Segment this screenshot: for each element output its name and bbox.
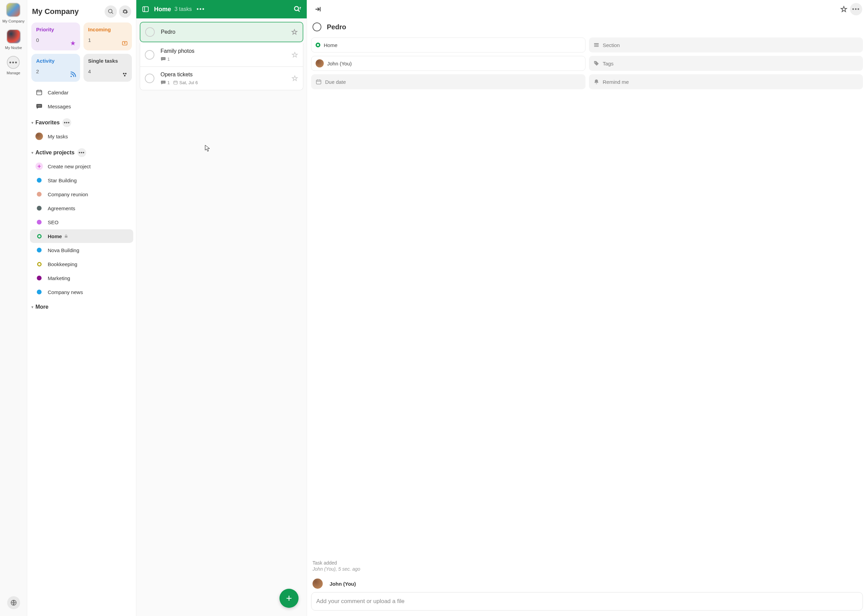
comment-placeholder: Add your comment or upload a file [316,598,404,604]
task-title: Opera tickets [160,72,291,78]
task-row[interactable]: Family photos 1 [140,43,303,67]
plus-icon: + [35,162,43,170]
card-activity[interactable]: Activity 2 [31,54,80,82]
star-task-button[interactable] [291,52,298,58]
prop-label: Tags [603,61,614,66]
section-menu-button[interactable]: ••• [62,118,71,127]
svg-point-7 [38,105,38,106]
section-more[interactable]: ▼ More [27,299,136,312]
gear-icon [122,8,128,15]
sidebar-item-label: Agreements [48,206,76,211]
task-row[interactable]: Pedro [140,22,303,42]
sidebar-item-label: My tasks [48,134,68,139]
prop-due-date[interactable]: Due date [311,74,585,89]
svg-rect-21 [594,46,599,47]
project-menu-button[interactable]: ••• [197,6,205,13]
sidebar: My Company Priority 0 Incoming 1 Activit… [27,0,136,616]
sidebar-title: My Company [32,7,102,16]
star-task-button[interactable] [291,28,298,35]
task-checkbox[interactable] [145,74,154,83]
task-menu-button[interactable]: ••• [850,3,862,15]
globe-button[interactable] [7,596,20,609]
prop-remind[interactable]: Remind me [589,74,863,89]
sidebar-item-messages[interactable]: Messages [30,99,133,113]
sidebar-item-label: Company reunion [48,192,88,197]
sidebar-item-project[interactable]: Agreements [30,201,133,215]
sidebar-item-project[interactable]: SEO [30,215,133,229]
workspace-personal[interactable]: My Nozbe [5,29,22,50]
star-task-button[interactable] [838,3,850,15]
collapse-panel-button[interactable] [312,3,324,15]
svg-point-11 [294,6,299,11]
search-button[interactable] [105,5,117,18]
sidebar-item-label: Calendar [48,90,69,96]
panel-toggle-button[interactable] [142,5,149,13]
comment-count: 1 [160,56,170,62]
activity-log: Task added John (You), 5 sec. ago [307,560,867,575]
card-count: 2 [36,69,76,74]
filter-button[interactable] [293,5,301,13]
sidebar-item-project[interactable]: Company news [30,285,133,299]
sidebar-item-project[interactable]: Nova Building [30,243,133,257]
ellipsis-icon: ••• [852,6,860,12]
sidebar-item-project[interactable]: Company reunion [30,187,133,201]
sidebar-item-label: Star Building [48,178,77,183]
plus-icon: + [286,592,292,604]
sidebar-item-project[interactable]: Star Building [30,173,133,187]
sidebar-item-label: Company news [48,289,83,295]
globe-icon [10,599,17,606]
task-checkbox[interactable] [145,50,154,60]
sidebar-icon [142,5,149,13]
prop-assignee[interactable]: John (You) [311,56,585,71]
card-priority[interactable]: Priority 0 [31,22,80,50]
card-single-tasks[interactable]: Single tasks 4 [83,54,132,82]
workspace-manage[interactable]: ••• Manage [7,56,20,75]
comment-input[interactable]: Add your comment or upload a file [311,592,863,611]
task-title: Family photos [160,48,291,54]
task-count: 3 tasks [175,6,192,12]
workspace-company[interactable]: My Company [2,3,25,23]
sidebar-item-project[interactable]: Bookkeeping [30,257,133,271]
section-label: Active projects [35,149,75,156]
add-task-button[interactable]: + [280,589,299,608]
task-title[interactable]: Pedro [327,23,346,31]
svg-point-3 [123,73,125,75]
svg-rect-18 [174,81,178,84]
star-task-button[interactable] [291,75,298,82]
calendar-icon [316,79,322,85]
section-active-projects[interactable]: ▼ Active projects ••• [27,143,136,159]
task-row[interactable]: Opera tickets 1 Sat, Jul 6 [140,67,303,90]
section-favorites[interactable]: ▼ Favorites ••• [27,113,136,129]
card-incoming[interactable]: Incoming 1 [83,22,132,50]
workspace-rail: My Company My Nozbe ••• Manage [0,0,27,616]
card-count: 0 [36,37,76,43]
prop-tags[interactable]: Tags [589,56,863,71]
project-dot-icon [37,220,42,225]
sidebar-item-calendar[interactable]: Calendar [30,85,133,99]
sidebar-item-label: Create new project [48,163,91,169]
prop-project[interactable]: Home [311,38,585,52]
bell-icon [593,79,600,85]
sidebar-item-my-tasks[interactable]: My tasks [30,129,133,143]
complete-task-checkbox[interactable] [313,22,321,31]
sidebar-item-project[interactable]: Marketing [30,271,133,285]
prop-section[interactable]: Section [589,38,863,52]
prop-label: Section [603,42,620,48]
calendar-icon [35,89,43,96]
prop-label: Remind me [603,79,629,85]
section-menu-button[interactable]: ••• [77,148,86,157]
sidebar-item-project[interactable]: Home [30,229,133,243]
settings-button[interactable] [119,5,131,18]
chevron-down-icon: ▼ [31,121,34,125]
activity-meta: John (You), 5 sec. ago [313,566,862,572]
search-icon [108,8,114,15]
user-avatar-icon [316,59,324,68]
task-title: Pedro [161,29,291,35]
prop-label: Home [324,42,337,48]
details-panel: ••• Pedro Home Section John (You) Tags D… [307,0,867,616]
task-checkbox[interactable] [145,27,155,37]
details-header: ••• [307,0,867,19]
svg-point-2 [70,75,72,77]
sidebar-item-create-project[interactable]: + Create new project [30,159,133,173]
card-label: Priority [36,27,76,32]
